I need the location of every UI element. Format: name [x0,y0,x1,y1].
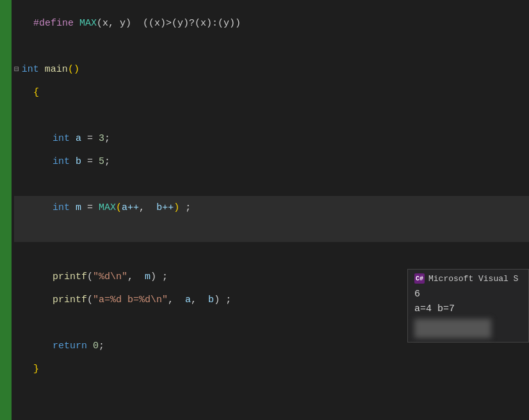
macro-arg-a: a++ [122,202,139,213]
return-semi: ; [99,341,104,351]
printf1-open: ( [87,271,93,282]
code-line-11 [14,242,529,265]
printf2-comma2: , [191,295,208,305]
printf2-var-a: a [185,295,191,305]
keyword-int-a: int [53,133,70,144]
code-line-10 [14,219,529,242]
printf1-comma: , [127,271,145,282]
num-3: 3 [99,133,104,144]
printf1-var-m: m [145,271,151,282]
macro-call-max: MAX [99,202,116,213]
macro-expression: ((x)>(y)?(x):(y)) [131,18,241,29]
printf1-close: ) ; [151,271,168,282]
close-brace: } [33,364,39,375]
code-line-16: } [14,357,529,380]
semi-a: ; [104,133,110,144]
macro-close-paren: ) [174,202,179,213]
code-line-2 [14,35,529,58]
num-5: 5 [99,156,104,167]
code-editor: #define MAX (x, y) ((x)>(y)?(x):(y)) ⊟ i… [0,0,529,420]
op-eq-m: = [81,202,99,213]
var-m: m [76,202,81,213]
code-line-4: { [14,81,529,104]
macro-arg-b: b++ [156,202,174,213]
tooltip-title: Microsoft Visual S [428,274,518,284]
op-eq-a: = [81,133,99,144]
semi-m: ; [179,202,191,213]
var-b: b [76,156,81,167]
func-main: main [45,64,68,75]
keyword-return: return [53,341,87,351]
space1 [74,18,79,29]
printf2-var-b: b [208,295,214,305]
space-main [39,64,45,75]
code-line-1: #define MAX (x, y) ((x)>(y)?(x):(y)) [14,12,529,35]
var-a: a [76,133,81,144]
keyword-define: #define [33,18,74,29]
code-line-3: ⊟ int main () [14,58,529,81]
code-line-5 [14,104,529,127]
space-m [70,202,76,213]
code-line-7: int b = 5 ; [14,150,529,173]
return-val: 0 [87,341,99,351]
tooltip-blurred-content [414,319,491,338]
collapse-icon[interactable]: ⊟ [14,64,19,74]
tooltip-value1: 6 [414,287,522,302]
blank-highlight [14,219,529,242]
semi-b: ; [104,156,110,167]
tooltip-value2: a=4 b=7 [414,302,522,317]
printf2-comma: , [168,295,185,305]
debugger-tooltip: C# Microsoft Visual S 6 a=4 b=7 [407,269,529,343]
keyword-int-b: int [53,156,70,167]
op-eq-b: = [81,156,99,167]
tooltip-header: C# Microsoft Visual S [414,273,522,284]
macro-name: MAX [79,18,97,29]
printf2-open: ( [87,295,93,305]
printf1-str: "%d\n" [93,271,127,282]
printf2-close: ) ; [214,295,231,305]
macro-params: (x, y) [97,18,131,29]
printf-1: printf [53,271,87,282]
code-line-8 [14,173,529,196]
main-parens: () [68,64,79,75]
macro-open-paren: ( [116,202,122,213]
keyword-int-m: int [53,202,70,213]
macro-comma: , [139,202,156,213]
open-brace: { [33,87,39,98]
printf-2: printf [53,295,87,305]
printf2-str: "a=%d b=%d\n" [93,295,168,305]
code-line-6: int a = 3 ; [14,127,529,150]
vs-icon: C# [414,273,425,284]
code-line-9: int m = MAX ( a++ , b++ ) ; [14,196,529,219]
space-b [70,156,76,167]
space-a [70,133,76,144]
keyword-int-main: int [22,64,39,75]
